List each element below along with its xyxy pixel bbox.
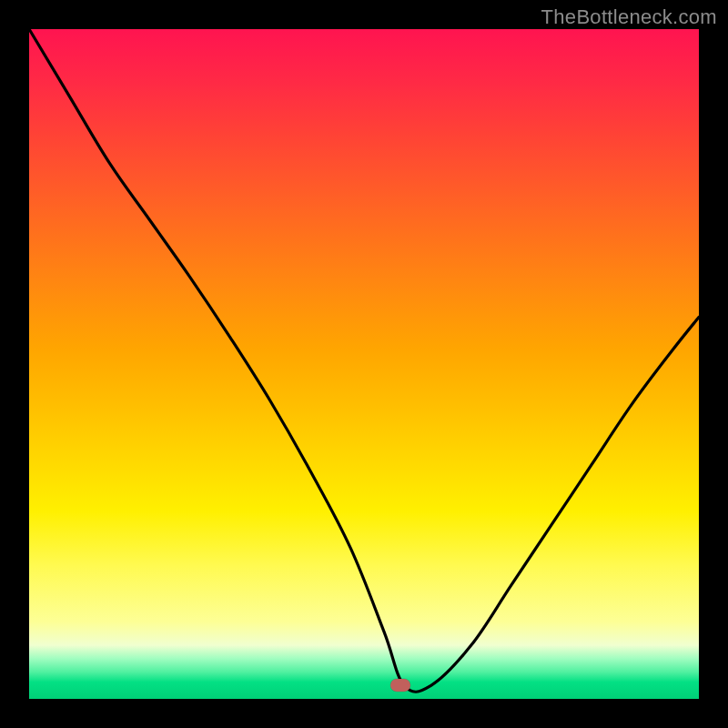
- plot-area: [29, 29, 699, 699]
- optimal-marker: [390, 679, 410, 692]
- chart-frame: TheBottleneck.com: [0, 0, 728, 728]
- attribution-text: TheBottleneck.com: [541, 5, 717, 29]
- bottleneck-curve: [29, 29, 699, 699]
